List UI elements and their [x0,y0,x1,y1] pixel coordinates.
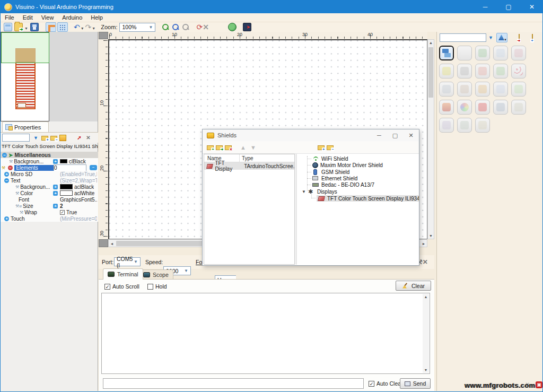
terminal-output[interactable]: ▲ ▼ [101,293,430,374]
component-category-tile[interactable] [511,100,526,115]
dialog-maximize-button[interactable]: ▢ [387,132,403,139]
component-category-tile[interactable] [475,64,490,79]
shields-dialog-titlebar[interactable]: Shields ─ ▢ ✕ [203,129,419,141]
scroll-up-icon[interactable]: ▲ [428,41,434,45]
expand-icon[interactable]: + [4,172,9,177]
elements-collapse-button[interactable]: − [90,165,97,170]
speed-combo-arrow[interactable]: ▼ [184,268,190,273]
edit-wrench-icon[interactable]: ⚒ [2,165,5,170]
zoom-combo-arrow[interactable]: ▼ [149,25,155,30]
wizard-icon[interactable]: ▼ [496,33,507,42]
add-shield-icon[interactable]: + [207,145,214,150]
scroll-down-icon[interactable]: ▼ [423,368,429,372]
component-category-tile[interactable] [493,64,508,79]
new-project-icon[interactable] [4,23,12,31]
component-filter-icon[interactable] [488,34,493,40]
redo-dropdown-caret[interactable]: ▼ [92,27,95,30]
collapse-icon[interactable]: − [4,178,9,183]
shields-list-row-selected[interactable]: TFT Display TArduinoTouchScree... [204,162,294,170]
duplicate-shield-icon[interactable]: ➜ [216,145,223,150]
tree-view-icon[interactable] [59,135,66,141]
expand-icon[interactable]: + [4,216,9,221]
property-value[interactable]: aclBlack [74,184,94,190]
auto-scroll-control[interactable]: ✓ Auto Scroll [104,283,139,290]
component-category-tile[interactable] [457,46,472,60]
component-category-tile[interactable] [493,82,508,97]
wizard-caret[interactable]: ▼ [504,38,507,41]
component-category-tile[interactable] [439,82,454,97]
design-navigator[interactable] [1,32,98,121]
undo-icon[interactable]: ↶ [74,23,80,31]
property-row-color[interactable]: ⚒ Color + aclWhite [1,190,98,196]
auto-scroll-checkbox[interactable]: ✓ [104,284,110,290]
scroll-right-icon[interactable]: ► [422,242,426,246]
scroll-up-icon[interactable]: ▲ [423,295,429,299]
property-row-touch[interactable]: + Touch (MinPressure=0.0... [1,215,98,222]
scroll-left-icon[interactable]: ◄ [110,242,114,246]
property-value[interactable]: clBlack [69,159,86,164]
component-category-tile[interactable] [475,118,490,133]
tools-close-icon[interactable]: ✕ [84,134,92,142]
property-row-wrap[interactable]: ⚒ Wrap ✓ True [1,209,98,215]
wire-corner-toggle[interactable] [46,22,56,32]
tab-terminal[interactable]: Terminal [103,268,143,280]
close-button[interactable]: ✕ [520,1,543,13]
property-row-background1[interactable]: ⚒ Backgroun... + clBlack [1,158,98,164]
scroll-down-icon[interactable]: ▼ [428,234,434,238]
tree-item-bedac[interactable]: Bedac - BE-DIO A13/7 [312,181,374,188]
menu-file[interactable]: File [1,14,19,21]
tree-item-gsm-shield[interactable]: GSM Shield [312,169,349,175]
toolbox-folder-icon[interactable]: ➜ [519,34,520,41]
clear-button[interactable]: Clear [396,281,431,291]
expand-plus-icon[interactable]: + [53,191,58,196]
component-category-tile[interactable] [493,46,508,60]
collapse-all-icon[interactable]: − [50,136,57,141]
hold-checkbox[interactable] [147,284,153,290]
dialog-splitter[interactable] [295,154,297,265]
collapse-expander-icon[interactable]: − [2,153,7,158]
component-category-tile[interactable] [457,82,472,97]
component-category-tile[interactable] [439,118,454,133]
open-dropdown-caret[interactable]: ▼ [24,27,28,30]
expand-plus-icon[interactable]: + [53,159,58,164]
wrap-checkbox[interactable]: ✓ [60,210,65,215]
open-project-icon[interactable]: ➜ [14,23,23,31]
port-combobox[interactable]: COM5 (l▼ [114,257,141,266]
zoom-out-icon[interactable] [172,23,180,31]
chevron-down-icon[interactable]: ▼ [302,189,306,194]
tree-item-wifi-shield[interactable]: WiFi Shield [312,155,348,162]
menu-view[interactable]: View [37,14,58,21]
tree-expand-all-icon[interactable]: + [318,145,325,150]
properties-tab[interactable]: Properties [2,121,49,132]
dialog-close-button[interactable]: ✕ [403,132,419,139]
property-label-selected[interactable]: Elements [14,165,55,171]
component-category-tile[interactable] [457,118,472,133]
properties-search-input[interactable] [2,134,30,142]
expand-plus-icon[interactable]: + [53,185,58,189]
component-search-input[interactable] [440,33,486,42]
property-category-miscellaneous[interactable]: − ➤ Miscellaneous [1,152,98,158]
zoom-in-icon[interactable] [162,23,170,31]
property-row-elements[interactable]: ⚒ − Elements 0 − [1,164,98,171]
property-row-microsd[interactable]: + Micro SD (Enabled=True,El... [1,171,98,177]
property-value[interactable]: GraphicsFont5... [60,197,97,203]
terminal-scrollbar[interactable]: ▲ ▼ [423,294,429,373]
toolbox-expand-all-icon[interactable]: + [532,34,533,41]
component-category-tile[interactable] [457,100,472,115]
tree-item-ethernet-shield[interactable]: Ethernet Shield [312,175,357,181]
tree-item-displays[interactable]: ▼ ✱ Displays [302,188,337,195]
component-category-tile[interactable] [511,82,526,97]
redo-icon[interactable]: ↷ [85,23,92,31]
property-value[interactable]: aclWhite [74,190,94,196]
pin-icon[interactable]: ➚ [75,134,83,142]
navigator-viewport-rect[interactable] [1,32,49,63]
hold-control[interactable]: Hold [147,283,167,290]
auto-clear-checkbox[interactable]: ✓ [369,381,374,387]
component-category-tile[interactable] [493,100,508,115]
scrollbar-thumb[interactable] [428,47,433,98]
expand-plus-icon[interactable]: + [53,204,58,208]
zoom-combobox[interactable]: 100%▼ [119,23,155,32]
minimize-button[interactable]: ─ [474,1,497,13]
property-row-size[interactable]: ⚒⌀ Size + 2 [1,203,98,209]
send-text-input[interactable] [103,378,364,389]
